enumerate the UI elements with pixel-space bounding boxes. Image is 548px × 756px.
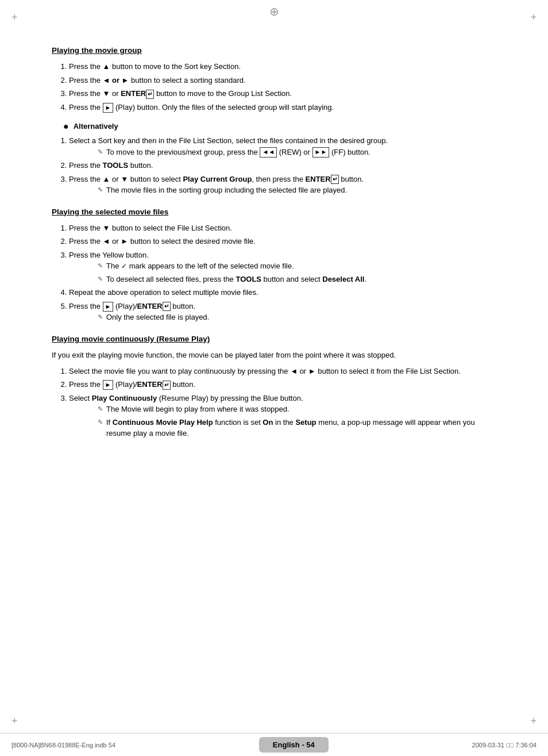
step5-notes: ✎ Only the selected file is played. bbox=[98, 312, 496, 323]
alt-step1-note1: ✎ To move to the previous/next group, pr… bbox=[98, 147, 496, 158]
note-pencil-icon-4: ✎ bbox=[98, 274, 103, 284]
page-content: Playing the movie group Press the ▲ butt… bbox=[0, 23, 548, 733]
step3-enter: ENTER↵ bbox=[121, 89, 154, 98]
section1-steps-list: Press the ▲ button to move to the Sort k… bbox=[69, 61, 496, 113]
corner-mark-br: + bbox=[530, 715, 537, 727]
note-pencil-icon-7: ✎ bbox=[98, 417, 103, 427]
section2-step5-note1-text: Only the selected file is played. bbox=[106, 312, 209, 323]
top-registration-mark: ⊕ bbox=[269, 5, 279, 18]
section3-step1: Select the movie file you want to play c… bbox=[69, 366, 496, 377]
continuous-help-label: Continuous Movie Play Help bbox=[113, 418, 213, 427]
section3-step2: Press the ► (Play)/ENTER↵ button. bbox=[69, 379, 496, 390]
alt-step3-note1: ✎ The movie files in the sorting group i… bbox=[98, 185, 496, 196]
section3-step3-note1: ✎ The Movie will begin to play from wher… bbox=[98, 404, 496, 415]
deselect-all-label: Deselect All bbox=[322, 275, 364, 283]
section2-heading: Playing the selected movie files bbox=[52, 206, 496, 218]
step3-notes: ✎ The ✓ mark appears to the left of the … bbox=[98, 260, 496, 285]
play-icon-3: ► bbox=[103, 380, 114, 390]
section2-step5-note1: ✎ Only the selected file is played. bbox=[98, 312, 496, 323]
play-continuously-label: Play Continuously bbox=[92, 394, 157, 402]
section1-step1: Press the ▲ button to move to the Sort k… bbox=[69, 61, 496, 72]
alt-step3-notes: ✎ The movie files in the sorting group i… bbox=[98, 185, 496, 196]
bullet-symbol: ● bbox=[63, 121, 69, 133]
alt-step1-notes: ✎ To move to the previous/next group, pr… bbox=[98, 147, 496, 158]
section2-step4: Repeat the above operation to select mul… bbox=[69, 287, 496, 298]
section3-heading: Playing movie continuously (Resume Play) bbox=[52, 333, 496, 345]
section-playing-movie-group: Playing the movie group Press the ▲ butt… bbox=[52, 45, 496, 196]
checkmark: ✓ bbox=[121, 262, 127, 270]
section1-step3: Press the ▼ or ENTER↵ button to move to … bbox=[69, 88, 496, 99]
section2-steps-list: Press the ▼ button to select the File Li… bbox=[69, 222, 496, 323]
step3b-notes: ✎ The Movie will begin to play from wher… bbox=[98, 404, 496, 439]
section2-step3-note2-text: To deselect all selected files, press th… bbox=[106, 274, 366, 285]
section2-step5: Press the ► (Play)/ENTER↵ button. ✎ Only… bbox=[69, 301, 496, 323]
enter-label-1: ENTER↵ bbox=[306, 175, 339, 183]
section3-step3-note2-text: If Continuous Movie Play Help function i… bbox=[106, 417, 496, 439]
note-pencil-icon-6: ✎ bbox=[98, 404, 103, 414]
play-icon-1: ► bbox=[103, 103, 114, 113]
note-pencil-icon: ✎ bbox=[98, 147, 103, 157]
ff-icon: ►► bbox=[312, 147, 330, 157]
note-pencil-icon-3: ✎ bbox=[98, 261, 103, 271]
enter-icon-4: ↵ bbox=[163, 381, 171, 390]
section1-alt-step2: Press the TOOLS button. bbox=[69, 160, 496, 171]
enter-icon-2: ↵ bbox=[331, 175, 339, 184]
section2-step3-note2: ✎ To deselect all selected files, press … bbox=[98, 274, 496, 285]
section2-step3-note1-text: The ✓ mark appears to the left of the se… bbox=[106, 260, 294, 272]
alternatively-label: Alternatively bbox=[74, 121, 118, 132]
alternatively-bullet: ● Alternatively bbox=[63, 121, 496, 133]
setup-label: Setup bbox=[295, 418, 316, 427]
section1-alt-step1: Select a Sort key and then in the File L… bbox=[69, 135, 496, 158]
section1-step2: Press the ◄ or ► button to select a sort… bbox=[69, 75, 496, 86]
section2-step2: Press the ◄ or ► button to select the de… bbox=[69, 236, 496, 247]
top-bar: ⊕ bbox=[0, 0, 548, 23]
tools-label-2: TOOLS bbox=[236, 275, 261, 283]
section2-step3: Press the Yellow button. ✎ The ✓ mark ap… bbox=[69, 250, 496, 285]
section3-intro: If you exit the playing movie function, … bbox=[52, 350, 496, 361]
enter-label-3: ENTER↵ bbox=[137, 380, 171, 389]
rew-icon: ◄◄ bbox=[260, 147, 277, 157]
step1-icon: ▲ bbox=[103, 62, 110, 71]
footer-center-page-label: English - 54 bbox=[259, 737, 329, 753]
note-pencil-icon-2: ✎ bbox=[98, 185, 103, 195]
enter-label-2: ENTER↵ bbox=[137, 302, 171, 310]
section3-steps-list: Select the movie file you want to play c… bbox=[69, 366, 496, 439]
section3-step3-note2: ✎ If Continuous Movie Play Help function… bbox=[98, 417, 496, 439]
footer-left: [8000-NA]BN68-01988E-Eng.indb 54 bbox=[11, 742, 115, 749]
section1-alt-steps-list: Select a Sort key and then in the File L… bbox=[69, 135, 496, 196]
play-icon-2: ► bbox=[103, 302, 114, 312]
corner-mark-bl: + bbox=[11, 715, 18, 727]
section1-heading: Playing the movie group bbox=[52, 45, 496, 56]
alt-step1-note1-text: To move to the previous/next group, pres… bbox=[106, 147, 371, 158]
step3-icon: ▼ bbox=[103, 89, 110, 98]
play-current-group-label: Play Current Group bbox=[183, 175, 252, 183]
alt-step3-note1-text: The movie files in the sorting group inc… bbox=[106, 185, 347, 196]
section2-step1: Press the ▼ button to select the File Li… bbox=[69, 222, 496, 234]
section1-step4: Press the ► (Play) button. Only the file… bbox=[69, 102, 496, 113]
section3-step3: Select Play Continuously (Resume Play) b… bbox=[69, 393, 496, 439]
footer-right: 2009-03-31 □□ 7:36:04 bbox=[472, 742, 537, 749]
section1-alt-step3: Press the ▲ or ▼ button to select Play C… bbox=[69, 174, 496, 196]
section-playing-selected-files: Playing the selected movie files Press t… bbox=[52, 206, 496, 323]
note-pencil-icon-5: ✎ bbox=[98, 312, 103, 322]
section2-step3-note1: ✎ The ✓ mark appears to the left of the … bbox=[98, 260, 496, 272]
section-resume-play: Playing movie continuously (Resume Play)… bbox=[52, 333, 496, 439]
section3-step3-note1-text: The Movie will begin to play from where … bbox=[106, 404, 290, 415]
footer: [8000-NA]BN68-01988E-Eng.indb 54 English… bbox=[0, 733, 548, 756]
page: + + ⊕ Playing the movie group Press the … bbox=[0, 0, 548, 756]
step2-icon: ◄ or ► bbox=[103, 76, 129, 85]
enter-icon: ↵ bbox=[146, 90, 154, 99]
tools-label-1: TOOLS bbox=[103, 161, 129, 170]
on-label: On bbox=[263, 418, 273, 427]
enter-icon-3: ↵ bbox=[163, 302, 171, 311]
